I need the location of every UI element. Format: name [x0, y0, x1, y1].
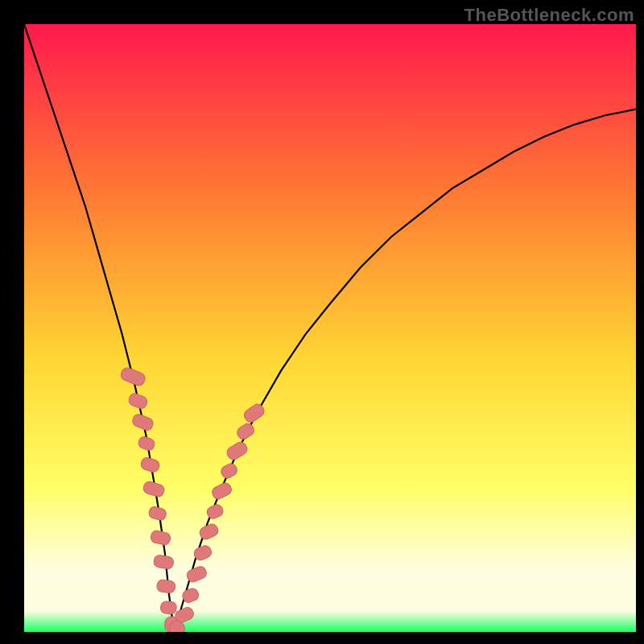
gradient-background: [24, 24, 636, 632]
data-marker: [160, 601, 177, 614]
chart-frame: TheBottleneck.com: [0, 0, 644, 644]
chart-svg: [24, 24, 636, 632]
plot-area: [24, 24, 636, 632]
watermark-text: TheBottleneck.com: [464, 5, 634, 26]
